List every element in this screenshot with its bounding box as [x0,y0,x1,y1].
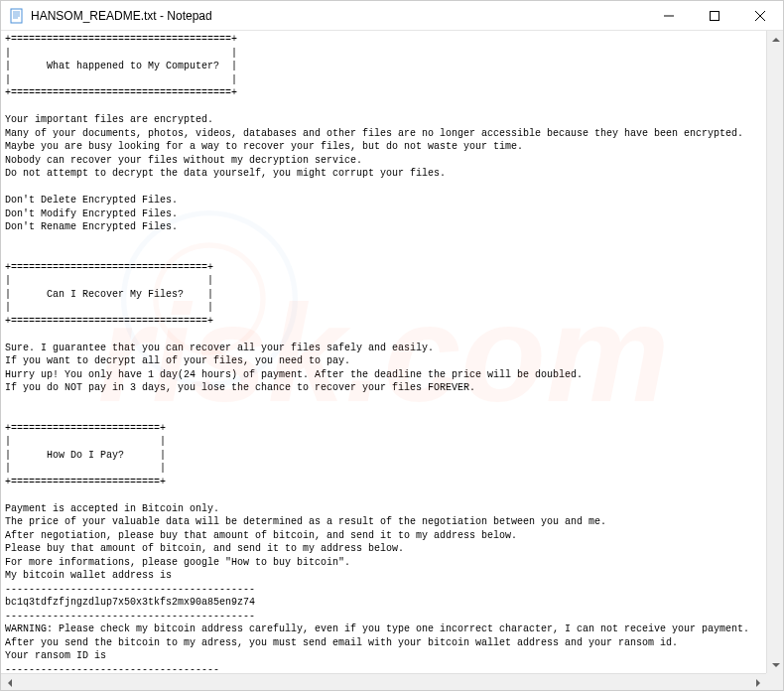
text-line: +=================================+ [5,262,213,273]
notepad-window: HANSOM_README.txt - Notepad risk.com+===… [0,0,784,691]
bitcoin-address: bc1q3tdfzfjngzdlup7x50x3tkfs2mx90a85en9z… [5,597,255,608]
vertical-scrollbar[interactable] [766,31,783,673]
text-line: Nobody can recover your files without my… [5,155,362,166]
close-button[interactable] [737,1,783,30]
svg-marker-14 [756,679,760,687]
horizontal-scrollbar[interactable] [1,673,766,690]
text-line: If you do NOT pay in 3 days, you lose th… [5,382,475,393]
scroll-left-arrow[interactable] [1,674,18,691]
text-line: | | [5,74,237,85]
text-line: Don't Rename Encrypted Files. [5,221,178,232]
text-line: +=====================================+ [5,87,237,98]
bottom-scroll-row [1,673,783,690]
text-line: Please buy that amount of bitcoin, and s… [5,543,404,554]
text-line: +=====================================+ [5,34,237,45]
text-line: | | [5,302,213,313]
svg-marker-13 [8,679,12,687]
scroll-down-arrow[interactable] [767,656,783,673]
text-line: | | [5,48,237,59]
text-line: ------------------------------------ [5,664,219,674]
text-line: ----------------------------------------… [5,611,255,622]
text-line: Your ransom ID is [5,650,106,661]
text-line: | Can I Recover My Files? | [5,289,213,300]
chevron-left-icon [8,679,12,687]
scroll-track[interactable] [18,674,749,690]
text-line: +=========================+ [5,423,166,434]
titlebar[interactable]: HANSOM_README.txt - Notepad [1,1,783,31]
text-line: For more informations, please google "Ho… [5,557,350,568]
svg-marker-12 [772,663,780,667]
text-line: | What happened to My Computer? | [5,61,237,71]
text-line: | | [5,463,166,474]
text-line: ----------------------------------------… [5,584,255,595]
chevron-down-icon [772,663,780,667]
text-line: WARNING: Please check my bitcoin address… [5,623,749,634]
scrollbar-corner [766,673,783,690]
text-line: Your important files are encrypted. [5,114,213,125]
close-icon [755,11,765,21]
text-line: Many of your documents, photos, videos, … [5,128,743,139]
text-line: My bitcoin wallet address is [5,570,172,581]
text-line: +=========================+ [5,477,166,487]
svg-marker-11 [772,38,780,42]
text-line: Payment is accepted in Bitcoin only. [5,503,219,514]
chevron-up-icon [772,38,780,42]
text-line: Hurry up! You only have 1 day(24 hours) … [5,369,583,380]
text-line: +=================================+ [5,316,213,327]
text-line: If you want to decrypt all of your files… [5,355,350,366]
scroll-up-arrow[interactable] [767,31,783,48]
scroll-right-arrow[interactable] [749,674,766,691]
text-line: Maybe you are busy looking for a way to … [5,141,523,152]
text-line: Do not attempt to decrypt the data yours… [5,168,446,179]
minimize-icon [664,11,674,21]
text-line: The price of your valuable data will be … [5,516,606,527]
chevron-right-icon [756,679,760,687]
maximize-button[interactable] [692,1,737,30]
text-line: | | [5,436,166,447]
text-line: Sure. I guarantee that you can recover a… [5,343,434,353]
minimize-button[interactable] [646,1,692,30]
window-title: HANSOM_README.txt - Notepad [31,9,646,23]
window-controls [646,1,783,30]
content-area: risk.com+===============================… [1,31,783,673]
text-line: Don't Delete Encrypted Files. [5,195,178,206]
text-line: | How Do I Pay? | [5,450,166,461]
svg-rect-6 [711,11,719,20]
text-editor[interactable]: risk.com+===============================… [1,31,766,673]
maximize-icon [710,11,719,21]
text-line: | | [5,275,213,286]
text-line: After negotiation, please buy that amoun… [5,530,517,541]
notepad-icon [9,8,25,24]
text-line: After you send the bitcoin to my adress,… [5,637,678,648]
text-line: Don't Modify Encrypted Files. [5,208,178,219]
